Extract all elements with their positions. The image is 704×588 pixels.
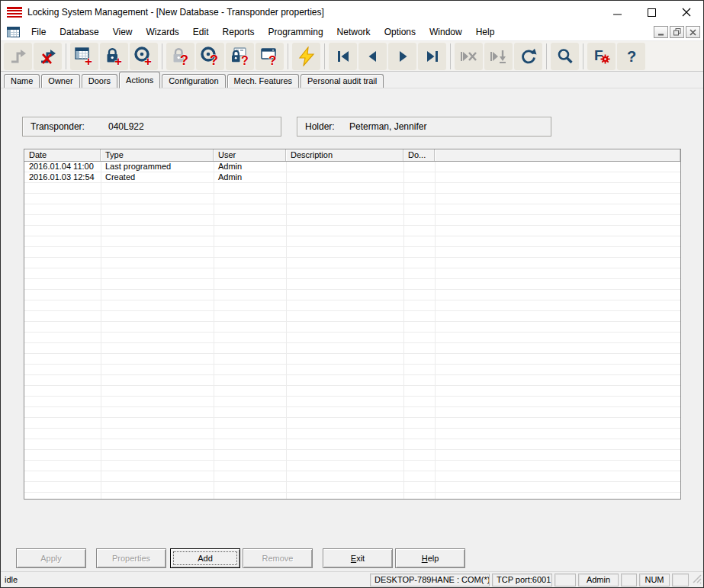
read-lock-audit-icon: ?: [230, 46, 250, 66]
column-gridline: [435, 162, 436, 499]
previous-record-button[interactable]: [358, 43, 387, 70]
table-row[interactable]: 2016.01.04 11:00 Last programmed Admin: [24, 162, 680, 172]
column-gridline: [214, 162, 214, 499]
app-logo-icon: [7, 7, 22, 18]
read-transponder-icon: ?: [200, 46, 220, 66]
add-button[interactable]: Add: [170, 548, 240, 568]
refresh-icon: [519, 47, 538, 66]
status-num-lock: NUM: [639, 574, 670, 586]
properties-button-label: Properties: [97, 554, 166, 563]
menu-network[interactable]: Network: [330, 24, 378, 40]
menubar: File Database View Wizards Edit Reports …: [1, 24, 703, 41]
svg-text:F: F: [594, 47, 603, 63]
skip-error-button: [455, 43, 483, 70]
exit-button-label: Exit: [323, 554, 392, 563]
tab-configuration[interactable]: Configuration: [162, 74, 225, 88]
column-gridline: [286, 162, 287, 499]
svg-text:+: +: [85, 54, 92, 66]
read-window-button[interactable]: ?: [256, 43, 284, 70]
titlebar: Locking System Management - [New Databas…: [1, 1, 703, 24]
first-record-button[interactable]: [329, 43, 357, 70]
transponder-value: 040L922: [108, 121, 144, 132]
apply-button-label: Apply: [17, 554, 85, 563]
menu-edit[interactable]: Edit: [186, 24, 216, 40]
new-transponder-button[interactable]: +: [130, 43, 158, 70]
menu-help[interactable]: Help: [469, 24, 502, 40]
remove-button-label: Remove: [243, 554, 312, 563]
logout-button[interactable]: [34, 43, 62, 70]
next-record-button[interactable]: [388, 43, 416, 70]
menu-programming[interactable]: Programming: [262, 24, 330, 40]
menu-window[interactable]: Window: [423, 24, 469, 40]
window-title: Locking System Management - [New Databas…: [27, 7, 324, 18]
tab-name[interactable]: Name: [4, 74, 40, 88]
mdi-close-button[interactable]: [686, 26, 700, 38]
mdi-restore-icon: [673, 28, 681, 36]
column-header-user[interactable]: User: [214, 149, 286, 161]
tab-mech-features[interactable]: Mech. Features: [227, 74, 299, 88]
column-header-filler: [435, 149, 680, 161]
new-locking-system-icon: +: [74, 46, 95, 66]
search-icon: [555, 47, 575, 66]
skip-error-icon: [459, 47, 479, 66]
minimize-button[interactable]: [600, 1, 635, 24]
mdi-close-icon: [690, 29, 696, 36]
transponder-field-box: Transponder: 040L922: [22, 117, 281, 137]
filter-config-button[interactable]: F: [587, 43, 616, 70]
last-record-button[interactable]: [418, 43, 446, 70]
mdi-minimize-button[interactable]: [654, 26, 668, 38]
read-transponder-button[interactable]: ?: [196, 43, 224, 70]
cell-type: Last programmed: [101, 162, 214, 172]
mdi-minimize-icon: [657, 29, 664, 36]
help-footer-button[interactable]: Help: [395, 548, 465, 568]
skip-down-button: [484, 43, 513, 70]
cell-description: [286, 162, 403, 172]
child-window-icon[interactable]: [7, 27, 20, 37]
maximize-button[interactable]: [635, 1, 669, 24]
svg-text:?: ?: [180, 53, 188, 66]
status-user: Admin: [578, 574, 619, 586]
tab-personal-audit-trail[interactable]: Personal audit trail: [301, 74, 384, 88]
toolbar-separator: [450, 43, 451, 69]
column-header-description[interactable]: Description: [286, 149, 403, 161]
menu-view[interactable]: View: [106, 24, 140, 40]
menu-options[interactable]: Options: [378, 24, 423, 40]
new-lock-button[interactable]: +: [100, 43, 128, 70]
column-header-type[interactable]: Type: [101, 149, 214, 161]
minimize-icon: [613, 8, 622, 17]
toolbar-separator: [546, 43, 547, 69]
svg-text:?: ?: [268, 53, 276, 66]
toolbar-separator: [583, 43, 583, 69]
menu-reports[interactable]: Reports: [216, 24, 262, 40]
actions-tab-panel: Transponder: 040L922 Holder: Peterman, J…: [1, 88, 703, 573]
svg-text:+: +: [144, 54, 152, 66]
column-header-date[interactable]: Date: [24, 149, 101, 161]
tab-owner[interactable]: Owner: [41, 74, 79, 88]
flash-program-button[interactable]: [292, 43, 320, 70]
flash-program-icon: [297, 47, 317, 66]
statusbar: idle DESKTOP-789HANE : COM(*) TCP port:6…: [1, 571, 703, 587]
column-gridline: [101, 162, 101, 499]
resize-grip[interactable]: [691, 573, 702, 586]
mdi-restore-button[interactable]: [670, 26, 684, 38]
window-controls: [600, 1, 703, 24]
help-button[interactable]: ?: [617, 43, 645, 70]
read-lock-audit-button[interactable]: ?: [226, 43, 254, 70]
search-button[interactable]: [551, 43, 579, 70]
new-locking-system-button[interactable]: +: [70, 43, 98, 70]
svg-text:+: +: [114, 54, 122, 66]
column-header-doors[interactable]: Do...: [403, 149, 435, 161]
tab-actions[interactable]: Actions: [119, 72, 160, 88]
read-lock-button[interactable]: ?: [166, 43, 194, 70]
menu-database[interactable]: Database: [53, 24, 105, 40]
close-button[interactable]: [669, 1, 703, 24]
apply-button: Apply: [16, 548, 86, 568]
menu-file[interactable]: File: [24, 24, 53, 40]
refresh-button[interactable]: [514, 43, 542, 70]
table-row[interactable]: 2016.01.03 12:54 Created Admin: [24, 172, 680, 183]
exit-button[interactable]: Exit: [323, 548, 393, 568]
tab-doors[interactable]: Doors: [82, 74, 117, 88]
menu-wizards[interactable]: Wizards: [140, 24, 186, 40]
logout-icon: [38, 47, 58, 66]
svg-text:?: ?: [210, 53, 218, 66]
